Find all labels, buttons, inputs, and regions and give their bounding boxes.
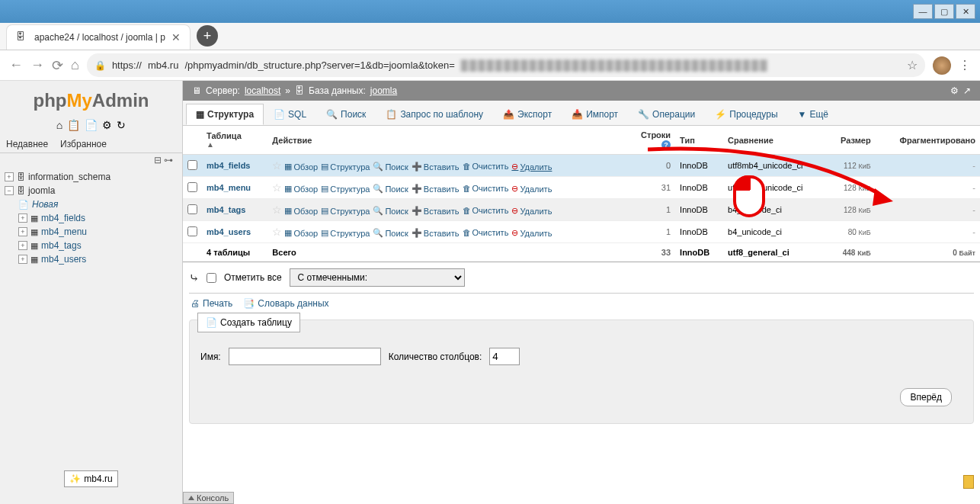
- col-size[interactable]: Размер: [827, 126, 876, 155]
- forward-button[interactable]: Вперёд: [900, 388, 952, 406]
- tab-import[interactable]: 📥Импорт: [562, 104, 628, 125]
- tab-search[interactable]: 🔍Поиск: [316, 104, 376, 125]
- tree-item-joomla[interactable]: 🗄 joomla: [5, 184, 178, 197]
- data-dictionary-link[interactable]: 📑Словарь данных: [243, 298, 328, 309]
- settings-icon[interactable]: ⚙: [102, 119, 112, 131]
- drop-action[interactable]: ⊖ Удалить: [511, 206, 552, 216]
- with-selected-dropdown[interactable]: С отмеченными:: [290, 268, 465, 287]
- reload-button[interactable]: ⟳: [52, 57, 63, 74]
- tab-routines[interactable]: ⚡Процедуры: [705, 104, 787, 125]
- favorite-star-icon[interactable]: ☆: [272, 181, 282, 194]
- reload-icon[interactable]: ↻: [117, 119, 126, 131]
- docs-icon[interactable]: 📄: [85, 119, 98, 131]
- search-action[interactable]: 🔍 Поиск: [373, 228, 408, 238]
- drop-action[interactable]: ⊖ Удалить: [511, 162, 552, 172]
- tree-item-table[interactable]: ▦ mb4_tags: [5, 239, 178, 252]
- col-fragmented[interactable]: Фрагментировано: [876, 126, 980, 155]
- sidebar-footer-link[interactable]: ✨ mb4.ru: [64, 470, 117, 487]
- empty-action[interactable]: 🗑 Очистить: [463, 228, 509, 237]
- table-name-link[interactable]: mb4_menu: [207, 183, 251, 192]
- col-type[interactable]: Тип: [675, 126, 723, 155]
- drop-action[interactable]: ⊖ Удалить: [511, 228, 552, 238]
- expand-icon[interactable]: ↗: [963, 85, 971, 96]
- table-cols-input[interactable]: [489, 348, 520, 365]
- empty-action[interactable]: 🗑 Очистить: [463, 184, 509, 193]
- table-name-input[interactable]: [229, 348, 381, 365]
- tab-export[interactable]: 📤Экспорт: [493, 104, 562, 125]
- tree-item-information-schema[interactable]: 🗄 information_schema: [5, 170, 178, 184]
- print-link[interactable]: 🖨Печать: [191, 298, 232, 309]
- drop-action[interactable]: ⊖ Удалить: [511, 184, 552, 194]
- tab-operations[interactable]: 🔧Операции: [628, 104, 705, 125]
- create-table-button[interactable]: 📄Создать таблицу: [197, 313, 300, 332]
- row-checkbox[interactable]: [187, 160, 197, 170]
- profile-avatar[interactable]: [933, 56, 951, 75]
- tab-close-icon[interactable]: ✕: [171, 31, 181, 43]
- table-name-link[interactable]: mb4_fields: [207, 161, 250, 170]
- sidebar-tab-recent[interactable]: Недавнее: [0, 136, 54, 152]
- search-action[interactable]: 🔍 Поиск: [373, 184, 408, 194]
- window-close-button[interactable]: ✕: [956, 4, 975, 19]
- table-name-link[interactable]: mb4_tags: [207, 205, 245, 214]
- browse-action[interactable]: ▦ Обзор: [284, 162, 318, 172]
- favorite-star-icon[interactable]: ☆: [272, 204, 282, 216]
- col-table[interactable]: Таблица▲: [202, 126, 267, 155]
- tree-expand-icon[interactable]: [5, 172, 14, 181]
- favorite-star-icon[interactable]: ☆: [272, 159, 282, 172]
- tree-expand-icon[interactable]: [18, 227, 27, 236]
- tree-expand-icon[interactable]: [18, 255, 27, 264]
- tab-structure[interactable]: ▦Структура: [186, 104, 264, 125]
- browse-action[interactable]: ▦ Обзор: [284, 228, 318, 238]
- browse-action[interactable]: ▦ Обзор: [284, 206, 318, 216]
- back-button[interactable]: ←: [9, 57, 23, 73]
- browse-action[interactable]: ▦ Обзор: [284, 184, 318, 194]
- insert-action[interactable]: ➕ Вставить: [412, 228, 460, 238]
- tree-item-table[interactable]: ▦ mb4_menu: [5, 225, 178, 239]
- new-tab-button[interactable]: +: [197, 25, 218, 47]
- address-bar[interactable]: 🔒 https://mb4.ru/phpmyadmin/db_structure…: [87, 53, 925, 77]
- favorite-star-icon[interactable]: ☆: [272, 226, 282, 238]
- search-action[interactable]: 🔍 Поиск: [373, 206, 408, 216]
- tree-item-new[interactable]: 📄 Новая: [5, 197, 178, 211]
- insert-action[interactable]: ➕ Вставить: [412, 162, 460, 172]
- tree-expand-icon[interactable]: [18, 241, 27, 250]
- empty-action[interactable]: 🗑 Очистить: [463, 162, 509, 171]
- page-settings-icon[interactable]: ⚙: [950, 85, 959, 96]
- breadcrumb-server-link[interactable]: localhost: [245, 85, 280, 96]
- sidebar-collapse-icon[interactable]: ⊟ ⊶: [152, 153, 175, 167]
- col-collation[interactable]: Сравнение: [723, 126, 827, 155]
- forward-button[interactable]: →: [30, 57, 44, 73]
- structure-action[interactable]: ▤ Структура: [321, 228, 370, 238]
- console-toggle[interactable]: Консоль: [183, 492, 234, 504]
- tab-more[interactable]: ▼Ещё: [788, 104, 838, 125]
- check-all-checkbox[interactable]: [207, 273, 216, 283]
- insert-action[interactable]: ➕ Вставить: [412, 206, 460, 216]
- tab-sql[interactable]: 📄SQL: [264, 104, 316, 125]
- tree-collapse-icon[interactable]: [5, 186, 14, 195]
- structure-action[interactable]: ▤ Структура: [321, 206, 370, 216]
- browser-menu-icon[interactable]: ⋮: [959, 58, 971, 72]
- row-checkbox[interactable]: [187, 182, 197, 192]
- structure-action[interactable]: ▤ Структура: [321, 184, 370, 194]
- tree-expand-icon[interactable]: [18, 213, 27, 223]
- tree-item-table[interactable]: ▦ mb4_users: [5, 252, 178, 266]
- row-checkbox[interactable]: [187, 204, 197, 214]
- window-minimize-button[interactable]: —: [913, 4, 933, 19]
- search-action[interactable]: 🔍 Поиск: [373, 162, 408, 172]
- home-icon[interactable]: ⌂: [56, 119, 62, 131]
- tab-query[interactable]: 📋Запрос по шаблону: [376, 104, 493, 125]
- empty-action[interactable]: 🗑 Очистить: [463, 206, 509, 215]
- browser-tab[interactable]: apache24 / localhost / joomla | p ✕: [6, 24, 191, 50]
- structure-action[interactable]: ▤ Структура: [321, 162, 370, 172]
- table-name-link[interactable]: mb4_users: [207, 227, 251, 236]
- home-button[interactable]: ⌂: [71, 57, 79, 73]
- col-rows[interactable]: Строки?: [627, 126, 675, 155]
- sidebar-tab-favorites[interactable]: Избранное: [54, 136, 113, 152]
- bookmark-star-icon[interactable]: ☆: [907, 58, 918, 72]
- tree-item-table[interactable]: ▦ mb4_fields: [5, 211, 178, 225]
- row-checkbox[interactable]: [187, 226, 197, 236]
- insert-action[interactable]: ➕ Вставить: [412, 184, 460, 194]
- logout-icon[interactable]: 📋: [67, 119, 80, 131]
- breadcrumb-db-link[interactable]: joomla: [370, 85, 397, 96]
- help-icon[interactable]: ?: [661, 140, 671, 149]
